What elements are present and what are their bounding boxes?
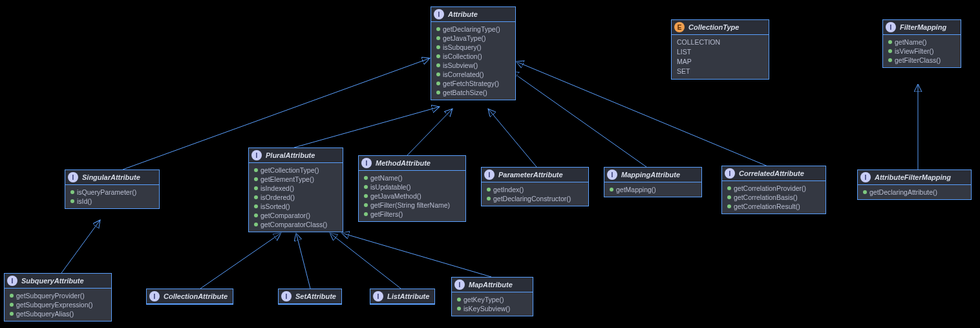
member-label: getComparator() — [261, 211, 310, 220]
interface-icon: I — [860, 172, 871, 182]
members: getMapping() — [604, 182, 701, 197]
member-label: getFilters() — [370, 210, 403, 219]
class-mappingattribute[interactable]: I MappingAttribute getMapping() — [604, 167, 702, 197]
method-bullet-icon — [254, 177, 258, 181]
member: getComparator() — [254, 211, 337, 220]
title: MapAttribute — [469, 281, 513, 289]
interface-icon: I — [281, 291, 292, 301]
members: getName()isUpdatable()getJavaMethod()get… — [359, 171, 465, 221]
method-bullet-icon — [254, 223, 258, 226]
method-bullet-icon — [364, 194, 368, 198]
member-label: getName() — [370, 173, 403, 182]
member-label: getSubqueryProvider() — [16, 291, 85, 300]
method-bullet-icon — [888, 49, 892, 53]
interface-icon: I — [886, 22, 896, 32]
title: MappingAttribute — [621, 171, 680, 179]
method-bullet-icon — [364, 176, 368, 180]
title: CorrelatedAttribute — [739, 169, 804, 177]
header: I Attribute — [431, 7, 515, 22]
members: isQueryParameter()isId() — [65, 185, 159, 208]
member-label: isCorrelated() — [443, 70, 484, 79]
class-subqueryattribute[interactable]: I SubqueryAttribute getSubqueryProvider(… — [4, 273, 112, 322]
method-bullet-icon — [487, 188, 491, 191]
interface-icon: I — [725, 168, 735, 179]
member-label: isSorted() — [261, 202, 290, 211]
method-bullet-icon — [254, 204, 258, 208]
members: getSubqueryProvider()getSubqueryExpressi… — [5, 289, 111, 321]
enum-item: LIST — [677, 47, 763, 57]
class-attribute[interactable]: I Attribute getDeclaringType()getJavaTyp… — [431, 6, 516, 100]
method-bullet-icon — [863, 190, 867, 194]
header: I SetAttribute — [279, 289, 341, 304]
method-bullet-icon — [727, 204, 731, 208]
member: getSubqueryProvider() — [10, 291, 106, 300]
member-label: isQueryParameter() — [77, 188, 136, 197]
svg-line-2 — [407, 109, 453, 155]
class-mapattribute[interactable]: I MapAttribute getKeyType()isKeySubview(… — [451, 277, 533, 316]
method-bullet-icon — [254, 168, 258, 172]
class-attributefiltermapping[interactable]: I AttributeFilterMapping getDeclaringAtt… — [857, 169, 972, 200]
header: I CollectionAttribute — [147, 289, 233, 304]
interface-icon: I — [484, 169, 495, 180]
method-bullet-icon — [457, 307, 461, 311]
svg-line-6 — [61, 220, 100, 273]
enum-item: COLLECTION — [677, 38, 763, 47]
member-label: isKeySubview() — [463, 304, 510, 313]
title: SingularAttribute — [82, 173, 140, 181]
title: CollectionType — [688, 23, 739, 31]
method-bullet-icon — [436, 91, 440, 94]
class-correlatedattribute[interactable]: I CorrelatedAttribute getCorrelationProv… — [721, 166, 826, 214]
member-label: isOrdered() — [261, 193, 295, 202]
member: isIndexed() — [254, 184, 337, 193]
method-bullet-icon — [727, 195, 731, 199]
member-label: getSubqueryExpression() — [16, 300, 92, 309]
header: E CollectionType — [672, 20, 769, 35]
member-label: getBatchSize() — [443, 88, 487, 97]
member-label: getCorrelationProvider() — [734, 184, 806, 193]
interface-icon: I — [454, 279, 465, 290]
method-bullet-icon — [364, 185, 368, 189]
svg-line-7 — [200, 233, 281, 289]
class-filtermapping[interactable]: I FilterMapping getName()isViewFilter()g… — [882, 19, 961, 68]
method-bullet-icon — [727, 186, 731, 190]
class-parameterattribute[interactable]: I ParameterAttribute getIndex()getDeclar… — [481, 167, 589, 206]
member: getElementType() — [254, 175, 337, 184]
member: getSubqueryExpression() — [10, 300, 106, 309]
class-setattribute[interactable]: I SetAttribute — [278, 289, 342, 305]
method-bullet-icon — [70, 199, 74, 203]
member: getCorrelationResult() — [727, 202, 820, 211]
class-listattribute[interactable]: I ListAttribute — [370, 289, 435, 305]
member-label: getKeyType() — [463, 295, 504, 304]
interface-icon: I — [434, 9, 444, 19]
method-bullet-icon — [10, 312, 14, 316]
class-collectionattribute[interactable]: I CollectionAttribute — [146, 289, 233, 305]
class-singularattribute[interactable]: I SingularAttribute isQueryParameter()is… — [65, 169, 160, 209]
header: I ParameterAttribute — [482, 168, 588, 182]
header: I SubqueryAttribute — [5, 274, 111, 289]
svg-line-3 — [488, 109, 537, 167]
member-label: getFilter(String filterName) — [370, 201, 450, 210]
member-label: isCollection() — [443, 52, 482, 61]
class-methodattribute[interactable]: I MethodAttribute getName()isUpdatable()… — [358, 155, 466, 222]
member: isOrdered() — [254, 193, 337, 202]
member: getName() — [364, 173, 460, 182]
title: ListAttribute — [387, 292, 429, 300]
interface-icon: I — [373, 291, 383, 301]
member-label: getName() — [895, 38, 927, 47]
member: getCorrelationBasis() — [727, 193, 820, 202]
method-bullet-icon — [436, 72, 440, 76]
method-bullet-icon — [10, 294, 14, 298]
member-label: getSubqueryAlias() — [16, 309, 74, 318]
member: getComparatorClass() — [254, 220, 337, 229]
member: getDeclaringConstructor() — [487, 194, 583, 203]
class-collectiontype[interactable]: E CollectionType COLLECTIONLISTMAPSET — [671, 19, 769, 80]
enum-item: MAP — [677, 57, 763, 67]
method-bullet-icon — [364, 203, 368, 207]
method-bullet-icon — [436, 54, 440, 58]
method-bullet-icon — [487, 197, 491, 201]
member: getCorrelationProvider() — [727, 184, 820, 193]
header: I FilterMapping — [883, 20, 961, 35]
member-label: getDeclaringConstructor() — [493, 194, 571, 203]
class-pluralattribute[interactable]: I PluralAttribute getCollectionType()get… — [248, 148, 343, 232]
member: getJavaType() — [436, 34, 510, 43]
